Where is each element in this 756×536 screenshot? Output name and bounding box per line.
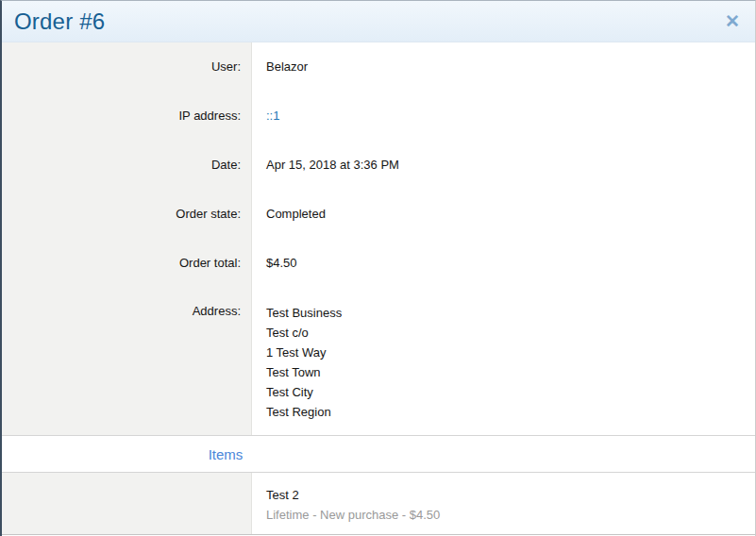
address-line: Test Town [266, 362, 755, 382]
close-icon[interactable]: ✕ [725, 12, 740, 30]
field-row-user: User: Belazor [2, 42, 755, 92]
items-section-header: Items [2, 435, 755, 473]
address-line: Test Region [266, 402, 755, 422]
field-value-user: Belazor [252, 42, 755, 92]
field-value-ip-address: ::1 [252, 92, 755, 141]
field-row-order-state: Order state: Completed [2, 190, 755, 239]
modal-header: Order #6 ✕ [2, 1, 755, 42]
field-value-date: Apr 15, 2018 at 3:36 PM [252, 141, 755, 190]
field-label-address: Address: [2, 288, 252, 435]
field-label-order-state: Order state: [2, 190, 252, 239]
field-row-order-total: Order total: $4.50 [2, 239, 755, 288]
address-line: 1 Test Way [266, 343, 755, 362]
field-value-order-total: $4.50 [252, 239, 755, 288]
field-label-ip-address: IP address: [2, 92, 252, 141]
order-item-name: Test 2 [266, 485, 755, 505]
address-line: Test City [266, 382, 755, 402]
order-item-description: Lifetime - New purchase - $4.50 [266, 505, 755, 525]
address-line: Test c/o [266, 323, 755, 343]
address-line: Test Business [266, 303, 755, 323]
field-label-date: Date: [2, 141, 252, 190]
field-row-address: Address: Test Business Test c/o 1 Test W… [2, 288, 755, 435]
order-item-label-spacer [2, 473, 252, 534]
field-row-ip-address: IP address: ::1 [2, 92, 755, 141]
items-section-title: Items [2, 446, 449, 462]
field-label-order-total: Order total: [2, 239, 252, 288]
field-label-user: User: [2, 42, 252, 92]
field-value-order-state: Completed [252, 190, 755, 239]
order-detail-modal: Order #6 ✕ User: Belazor IP address: ::1… [0, 0, 756, 536]
order-item-row: Test 2 Lifetime - New purchase - $4.50 [2, 473, 755, 535]
field-row-date: Date: Apr 15, 2018 at 3:36 PM [2, 141, 755, 190]
modal-title: Order #6 [14, 8, 105, 35]
order-item-details: Test 2 Lifetime - New purchase - $4.50 [252, 473, 755, 534]
field-value-address: Test Business Test c/o 1 Test Way Test T… [252, 288, 755, 435]
ip-address-link[interactable]: ::1 [266, 109, 279, 123]
